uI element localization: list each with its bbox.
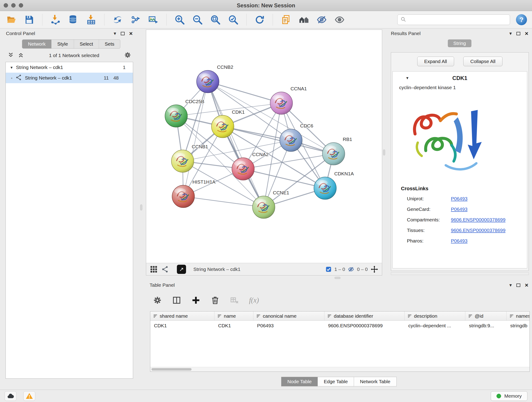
table-panel-close-icon[interactable]: × bbox=[525, 282, 528, 288]
function-builder-icon[interactable]: f(x) bbox=[249, 296, 259, 304]
table-cell[interactable]: stringdb:9... bbox=[465, 323, 507, 328]
import-network-file-icon[interactable] bbox=[49, 13, 62, 26]
column-header-description[interactable]: description bbox=[405, 312, 465, 320]
network-edge[interactable] bbox=[183, 196, 264, 207]
network-node-CCNB2[interactable] bbox=[196, 70, 219, 93]
birds-eye-view-icon[interactable] bbox=[150, 265, 158, 273]
collapse-all-networks-icon[interactable] bbox=[7, 51, 14, 60]
export-network-icon[interactable] bbox=[129, 13, 142, 26]
network-node-CDK1[interactable] bbox=[211, 115, 234, 138]
results-scrollbar[interactable] bbox=[391, 272, 529, 275]
column-header-namespace[interactable]: namespace bbox=[507, 312, 530, 320]
table-options-gear-icon[interactable] bbox=[153, 296, 162, 305]
zoom-out-icon[interactable] bbox=[191, 13, 204, 26]
import-network-database-icon[interactable] bbox=[67, 13, 80, 26]
network-node-RB1[interactable] bbox=[322, 143, 345, 165]
tab-edge-table[interactable]: Edge Table bbox=[317, 377, 354, 386]
network-node-CCNB1[interactable] bbox=[171, 150, 194, 172]
column-header-database-identifier[interactable]: database identifier bbox=[324, 312, 405, 320]
save-session-icon[interactable] bbox=[23, 13, 35, 26]
minimize-window-button[interactable] bbox=[11, 3, 16, 7]
help-button[interactable]: ? bbox=[516, 14, 527, 25]
show-graphics-icon[interactable] bbox=[333, 13, 346, 26]
crosslink-link-genecard[interactable]: P06493 bbox=[451, 206, 467, 212]
tab-sets[interactable]: Sets bbox=[99, 40, 120, 48]
delete-column-icon[interactable] bbox=[210, 296, 220, 305]
export-view-button[interactable]: ↗ bbox=[177, 265, 186, 274]
results-panel-close-icon[interactable]: × bbox=[525, 31, 528, 36]
network-edge[interactable] bbox=[243, 169, 325, 188]
fit-selected-crosshair-icon[interactable] bbox=[370, 265, 378, 273]
network-arrows-icon[interactable] bbox=[111, 13, 124, 26]
network-options-gear-icon[interactable] bbox=[124, 51, 131, 60]
tab-style[interactable]: Style bbox=[51, 40, 74, 48]
control-panel-menu-icon[interactable]: ▾ bbox=[114, 31, 116, 36]
table-cell[interactable]: CDK1 bbox=[215, 323, 253, 328]
close-window-button[interactable] bbox=[4, 3, 8, 7]
table-cell[interactable]: CDK1 bbox=[150, 323, 215, 328]
table-panel-float-icon[interactable] bbox=[516, 283, 520, 287]
table-cell[interactable]: stringdb bbox=[507, 323, 530, 328]
network-node-CDC25B[interactable] bbox=[165, 105, 187, 127]
crosslink-link-pharos[interactable]: P06493 bbox=[451, 238, 467, 244]
clear-table-icon[interactable] bbox=[230, 296, 239, 305]
warning-icon[interactable] bbox=[23, 391, 35, 401]
table-horizontal-scrollbar[interactable] bbox=[150, 367, 530, 371]
refresh-layout-icon[interactable] bbox=[253, 13, 266, 26]
hidden-elements-eye-icon[interactable] bbox=[348, 266, 354, 273]
table-cell[interactable]: cyclin–dependent ... bbox=[405, 323, 465, 328]
network-node-CDC6[interactable] bbox=[280, 129, 302, 152]
column-header-canonical-name[interactable]: canonical name bbox=[253, 312, 324, 320]
right-splitter-handle[interactable] bbox=[383, 149, 385, 155]
column-header-name[interactable]: name bbox=[215, 312, 253, 320]
results-panel-menu-icon[interactable]: ▾ bbox=[509, 31, 512, 36]
network-tree-row[interactable]: ●String Network – cdk11148 bbox=[6, 73, 133, 83]
network-tree-row[interactable]: ▼String Network – cdk11 bbox=[6, 62, 133, 73]
network-node-CCNE1[interactable] bbox=[253, 196, 275, 218]
collapse-section-icon[interactable]: ▼ bbox=[405, 76, 409, 80]
network-edge[interactable] bbox=[208, 82, 264, 207]
maximize-window-button[interactable] bbox=[19, 3, 23, 7]
memory-button[interactable]: Memory bbox=[491, 391, 527, 401]
open-session-icon[interactable] bbox=[5, 13, 17, 26]
zoom-in-icon[interactable] bbox=[173, 13, 186, 26]
crosslink-link-tissues[interactable]: 9606.ENSP00000378699 bbox=[451, 228, 505, 233]
collection-expand-icon[interactable]: ▼ bbox=[10, 65, 13, 70]
network-node-CDKN1A[interactable] bbox=[314, 177, 336, 199]
hide-graphics-icon[interactable] bbox=[316, 13, 328, 26]
table-cell[interactable]: 9606.ENSP00000378699 bbox=[324, 323, 405, 328]
tab-network-table[interactable]: Network Table bbox=[354, 377, 397, 386]
export-image-icon[interactable] bbox=[147, 13, 159, 26]
tab-node-table[interactable]: Node Table bbox=[281, 377, 318, 386]
network-node-CCNA2[interactable] bbox=[232, 158, 254, 180]
crosslink-link-uniprot[interactable]: P06493 bbox=[451, 196, 467, 201]
network-canvas[interactable]: CCNB2CCNA1CDC25BCDK1CDC6RB1CCNB1CCNA2CDK… bbox=[146, 30, 382, 263]
search-input[interactable] bbox=[409, 17, 507, 22]
cloud-icon[interactable] bbox=[5, 391, 17, 401]
network-edge[interactable] bbox=[223, 127, 334, 154]
control-panel-close-icon[interactable]: × bbox=[129, 31, 133, 36]
search-box[interactable] bbox=[397, 14, 510, 25]
expand-all-button[interactable]: Expand All bbox=[417, 57, 454, 66]
crosslink-link-compartments[interactable]: 9606.ENSP00000378699 bbox=[451, 217, 505, 223]
table-row[interactable]: CDK1CDK1P064939606.ENSP00000378699cyclin… bbox=[150, 321, 530, 331]
tab-string[interactable]: String bbox=[448, 39, 472, 47]
selected-elements-checkbox-icon[interactable] bbox=[325, 266, 332, 273]
search-sites-icon[interactable] bbox=[298, 13, 310, 26]
zoom-selected-icon[interactable] bbox=[227, 13, 239, 26]
import-table-icon[interactable] bbox=[85, 13, 97, 26]
left-splitter-handle[interactable] bbox=[140, 204, 142, 211]
column-header-shared-name[interactable]: shared name bbox=[150, 312, 215, 320]
tab-select[interactable]: Select bbox=[74, 40, 99, 48]
scrollbar-thumb[interactable] bbox=[152, 368, 191, 370]
network-node-CCNA1[interactable] bbox=[270, 92, 293, 114]
bottom-splitter-handle[interactable] bbox=[335, 277, 341, 279]
column-header--id[interactable]: @id bbox=[465, 312, 507, 320]
expand-all-networks-icon[interactable] bbox=[17, 51, 24, 60]
show-columns-icon[interactable] bbox=[172, 296, 181, 305]
copy-document-icon[interactable] bbox=[280, 13, 292, 26]
table-panel-menu-icon[interactable]: ▾ bbox=[509, 282, 512, 288]
table-cell[interactable]: P06493 bbox=[253, 323, 324, 328]
network-edge[interactable] bbox=[208, 82, 281, 103]
network-overview-icon[interactable] bbox=[161, 265, 169, 273]
